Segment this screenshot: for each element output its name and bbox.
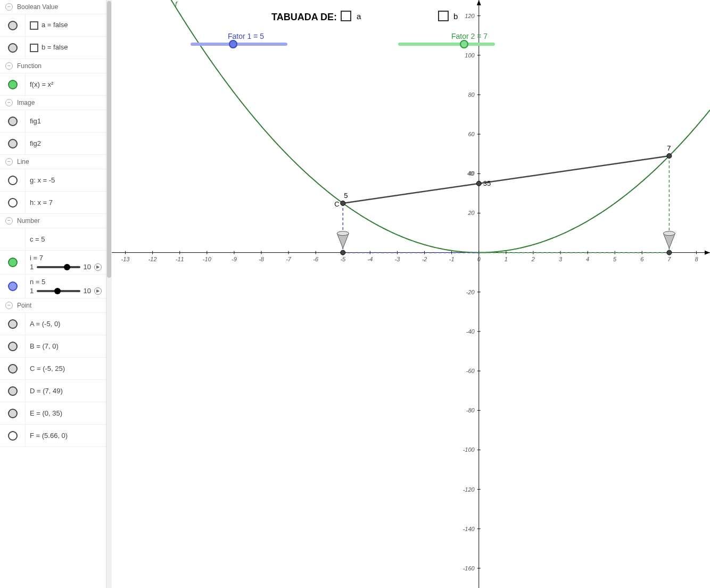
item-point-F[interactable]: F = (5.66, 0) (0, 425, 106, 447)
collapse-icon[interactable]: − (5, 302, 13, 309)
slider-fator2[interactable] (398, 43, 495, 46)
collapse-icon[interactable]: − (5, 62, 13, 70)
collapse-icon[interactable]: − (5, 158, 13, 165)
section-label: Number (17, 217, 40, 225)
svg-text:3: 3 (559, 256, 563, 262)
svg-text:-120: -120 (463, 486, 475, 493)
item-b-bool[interactable]: b = false (0, 37, 106, 59)
svg-text:80: 80 (468, 92, 475, 98)
section-label: Boolean Value (17, 3, 58, 11)
graph-svg: -13-12-11-10-9-8-7-6-5-4-3-2-1012345678-… (112, 0, 710, 588)
svg-text:60: 60 (468, 131, 475, 137)
slider-n[interactable] (37, 290, 80, 292)
section-boolean-value[interactable]: − Boolean Value (0, 0, 106, 14)
svg-text:-10: -10 (203, 256, 212, 262)
checkbox-icon[interactable] (30, 21, 38, 30)
svg-text:f: f (175, 0, 178, 8)
item-fig1[interactable]: fig1 (0, 110, 106, 132)
play-icon[interactable]: ▶ (94, 287, 102, 295)
item-f-function[interactable]: f(x) = x² (0, 73, 106, 96)
item-a-bool[interactable]: a = false (0, 14, 106, 37)
visibility-toggle[interactable] (8, 342, 18, 351)
label-b: b (453, 12, 458, 21)
item-point-E[interactable]: E = (0, 35) (0, 402, 106, 425)
visibility-toggle[interactable] (8, 258, 18, 267)
svg-text:5: 5 (613, 256, 617, 262)
visibility-toggle[interactable] (8, 176, 18, 185)
scrollbar-thumb[interactable] (107, 1, 111, 278)
visibility-toggle[interactable] (8, 198, 18, 208)
play-icon[interactable]: ▶ (94, 263, 102, 271)
svg-text:4: 4 (586, 256, 589, 262)
checkbox-icon[interactable] (30, 44, 38, 52)
svg-line-75 (343, 156, 669, 203)
visibility-toggle[interactable] (8, 21, 18, 30)
item-point-D[interactable]: D = (7, 49) (0, 380, 106, 402)
slider-knob[interactable] (54, 288, 61, 294)
item-label: A = (-5, 0) (30, 320, 60, 328)
svg-text:100: 100 (465, 52, 475, 59)
section-point[interactable]: − Point (0, 299, 106, 313)
section-image[interactable]: − Image (0, 96, 106, 110)
visibility-toggle[interactable] (8, 319, 18, 329)
item-label: F = (5.66, 0) (30, 432, 68, 440)
item-point-B[interactable]: B = (7, 0) (0, 335, 106, 358)
section-line[interactable]: − Line (0, 155, 106, 169)
svg-text:-7: -7 (286, 256, 292, 262)
svg-text:-60: -60 (466, 368, 475, 374)
item-point-A[interactable]: A = (-5, 0) (0, 313, 106, 335)
svg-text:C: C (334, 200, 339, 208)
item-label: a = false (42, 21, 68, 29)
svg-point-82 (341, 201, 345, 205)
visibility-toggle[interactable] (8, 409, 18, 418)
slider-handle[interactable] (460, 40, 468, 48)
section-label: Function (17, 62, 42, 70)
checkbox-b[interactable] (438, 11, 449, 21)
collapse-icon[interactable]: − (5, 217, 13, 225)
slider-min: 1 (30, 287, 34, 295)
visibility-toggle[interactable] (8, 364, 18, 374)
svg-text:-11: -11 (176, 256, 184, 262)
svg-text:-140: -140 (463, 526, 475, 532)
visibility-toggle[interactable] (8, 43, 18, 53)
item-label: f(x) = x² (30, 80, 53, 88)
sidebar-scrollbar[interactable] (106, 0, 112, 588)
slider-i[interactable] (37, 266, 80, 268)
label-a: a (357, 12, 361, 21)
svg-text:-80: -80 (466, 407, 475, 413)
item-point-C[interactable]: C = (-5, 25) (0, 358, 106, 380)
visibility-toggle[interactable] (8, 386, 18, 396)
section-label: Point (17, 302, 31, 309)
svg-text:-1: -1 (449, 256, 455, 262)
visibility-toggle[interactable] (8, 431, 18, 441)
svg-text:35: 35 (483, 179, 491, 187)
svg-text:7: 7 (667, 144, 671, 152)
slider-handle[interactable] (229, 40, 237, 48)
slider-knob[interactable] (64, 264, 70, 270)
graphics-view[interactable]: -13-12-11-10-9-8-7-6-5-4-3-2-1012345678-… (112, 0, 710, 588)
item-label: E = (0, 35) (30, 409, 62, 417)
collapse-icon[interactable]: − (5, 3, 13, 11)
visibility-toggle[interactable] (8, 139, 18, 148)
visibility-toggle[interactable] (8, 117, 18, 126)
item-n-number[interactable]: n = 5 1 10 ▶ (0, 275, 106, 299)
item-g-line[interactable]: g: x = -5 (0, 169, 106, 192)
visibility-toggle[interactable] (8, 281, 18, 291)
item-i-number[interactable]: i = 7 1 10 ▶ (0, 251, 106, 275)
section-number[interactable]: − Number (0, 214, 106, 228)
svg-text:-4: -4 (367, 256, 373, 262)
svg-text:-100: -100 (463, 446, 475, 453)
section-label: Line (17, 158, 29, 165)
fator2-label: Fator 2 = 7 (451, 32, 488, 40)
item-c-number[interactable]: c = 5 (0, 228, 106, 251)
item-label: fig1 (30, 117, 41, 125)
slider-fator1[interactable] (191, 43, 287, 46)
visibility-toggle[interactable] (8, 80, 18, 89)
checkbox-a[interactable] (341, 11, 351, 21)
item-h-line[interactable]: h: x = 7 (0, 192, 106, 214)
item-label: h: x = 7 (30, 198, 53, 206)
section-function[interactable]: − Function (0, 59, 106, 73)
algebra-panel[interactable]: − Boolean Value a = false b = false − Fu… (0, 0, 106, 588)
item-fig2[interactable]: fig2 (0, 132, 106, 155)
collapse-icon[interactable]: − (5, 99, 13, 106)
